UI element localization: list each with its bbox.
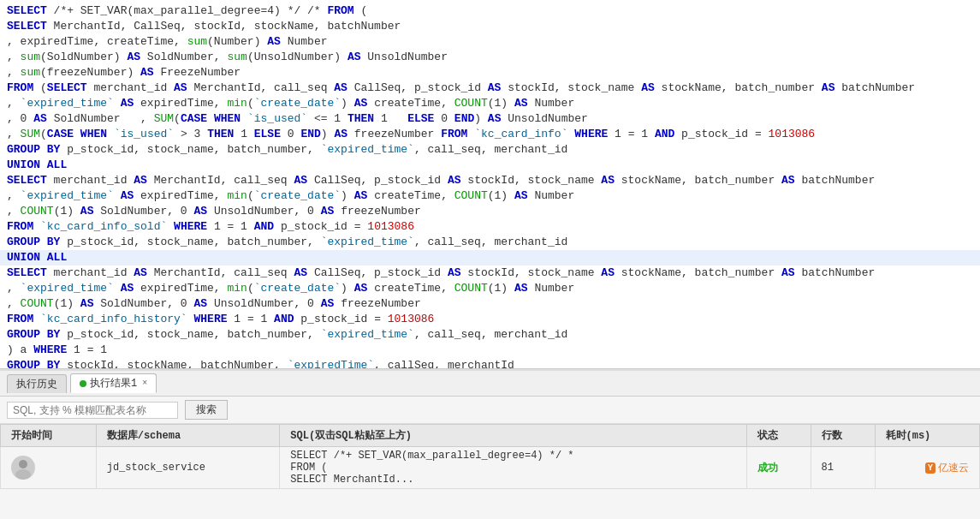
search-input[interactable]: [7, 402, 178, 419]
table-row[interactable]: jd_stock_serviceSELECT /*+ SET_VAR(max_p…: [1, 447, 980, 489]
table-header: 开始时间: [1, 425, 97, 447]
bottom-panel: 执行历史执行结果1× 搜索 开始时间数据库/schemaSQL(双击SQL粘贴至…: [0, 369, 980, 519]
table-header: 行数: [811, 425, 875, 447]
tabs-bar: 执行历史执行结果1×: [0, 371, 980, 397]
code-line: , expiredTime, createTime, sum(Number) A…: [0, 34, 980, 50]
code-line: SELECT merchant_id AS MerchantId, call_s…: [0, 173, 980, 188]
tab-close-icon[interactable]: ×: [142, 379, 147, 388]
code-line: , SUM(CASE WHEN `is_used` > 3 THEN 1 ELS…: [0, 127, 980, 142]
code-line: , sum(freezeNumber) AS FreezeNumber: [0, 65, 980, 81]
tab-label: 执行结果1: [90, 376, 137, 391]
code-line: SELECT MerchantId, CallSeq, stockId, sto…: [0, 19, 980, 34]
tab-label: 执行历史: [16, 377, 57, 391]
cell-status: 成功: [746, 447, 811, 489]
code-line: , sum(SoldNumber) AS SoldNumber, sum(Uns…: [0, 50, 980, 65]
code-line: , 0 AS SoldNumber , SUM(CASE WHEN `is_us…: [0, 111, 980, 127]
code-line: FROM (SELECT merchant_id AS MerchantId, …: [0, 81, 980, 96]
table-header: 状态: [746, 425, 811, 447]
code-line: , COUNT(1) AS SoldNumber, 0 AS UnsoldNum…: [0, 204, 980, 219]
code-line: FROM `kc_card_info_sold` WHERE 1 = 1 AND…: [0, 219, 980, 235]
code-line: GROUP BY p_stock_id, stock_name, batch_n…: [0, 142, 980, 158]
tab-status-dot: [80, 380, 86, 387]
code-line: GROUP BY p_stock_id, stock_name, batch_n…: [0, 327, 980, 343]
code-line: , `expired_time` AS expiredTime, min(`cr…: [0, 96, 980, 111]
table-header: SQL(双击SQL粘贴至上方): [280, 425, 746, 447]
svg-point-1: [15, 469, 31, 480]
code-line: FROM `kc_card_info_history` WHERE 1 = 1 …: [0, 312, 980, 327]
search-button[interactable]: 搜索: [185, 400, 228, 420]
code-line: , `expired_time` AS expiredTime, min(`cr…: [0, 188, 980, 204]
code-line: , `expired_time` AS expiredTime, min(`cr…: [0, 281, 980, 296]
search-bar: 搜索: [0, 397, 980, 424]
code-line: UNION ALL: [0, 250, 980, 265]
cell-start-time: [1, 447, 97, 489]
table-header: 耗时(ms): [875, 425, 979, 447]
tab-item-0[interactable]: 执行历史: [7, 374, 67, 393]
cell-schema: jd_stock_service: [96, 447, 280, 489]
code-line: , COUNT(1) AS SoldNumber, 0 AS UnsoldNum…: [0, 296, 980, 312]
tab-item-1[interactable]: 执行结果1×: [70, 373, 157, 393]
code-line: GROUP BY stockId, stockName, batchNumber…: [0, 358, 980, 369]
cell-duration: Y 亿速云: [875, 447, 979, 489]
svg-point-0: [19, 460, 27, 468]
results-table-container: 开始时间数据库/schemaSQL(双击SQL粘贴至上方)状态行数耗时(ms) …: [0, 424, 980, 519]
code-line: ) a WHERE 1 = 1: [0, 343, 980, 358]
table-header: 数据库/schema: [96, 425, 280, 447]
code-line: SELECT merchant_id AS MerchantId, call_s…: [0, 265, 980, 281]
code-line: GROUP BY p_stock_id, stock_name, batch_n…: [0, 235, 980, 250]
editor-area[interactable]: SELECT /*+ SET_VAR(max_parallel_degree=4…: [0, 0, 980, 369]
cell-sql-preview[interactable]: SELECT /*+ SET_VAR(max_parallel_degree=4…: [280, 447, 746, 489]
code-line: SELECT /*+ SET_VAR(max_parallel_degree=4…: [0, 3, 980, 19]
code-line: UNION ALL: [0, 158, 980, 173]
cell-rows: 81: [811, 447, 875, 489]
